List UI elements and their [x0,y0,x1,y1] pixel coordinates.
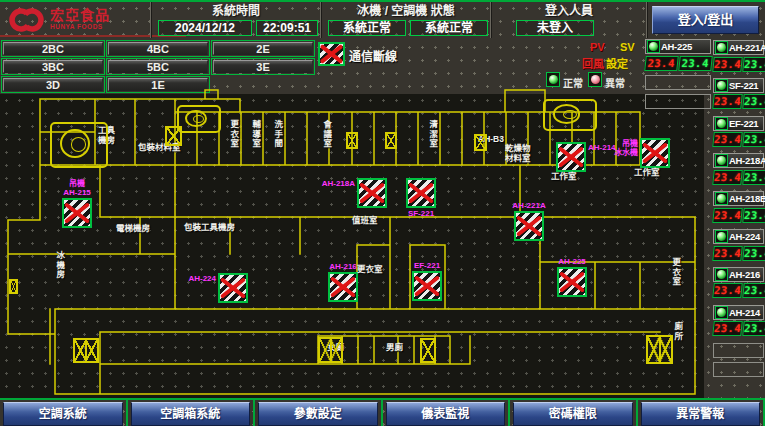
equipment-led [715,79,728,92]
comm-fail-device-icon [406,178,436,208]
device-AH-225[interactable]: AH-225 [557,267,587,297]
device-label: EF-221 [414,261,440,270]
led-glyph [717,43,726,52]
sv-value: 23.4 [743,208,765,223]
nav-cell: 空調系統 [0,400,128,426]
pv-value: 23.4 [644,56,678,71]
comm-fail-device-icon [62,198,92,228]
bottom-nav: 空調系統空調箱系統參數設定儀表監視密碼權限異常警報 [0,398,765,426]
equipment-values: 23.423.4 [645,56,711,71]
device-label: AH-214 [588,143,616,152]
pv-value: 23.4 [712,132,743,147]
equipment-row-AH-221A[interactable]: AH-221A [713,40,764,55]
nav-button-空調箱系統[interactable]: 空調箱系統 [131,402,251,426]
device-label: AH-224 [188,274,216,283]
device-SF-221[interactable]: SF-221 [406,178,436,208]
comm-fail-device-icon [556,142,586,172]
device-AH-218A[interactable]: AH-218A [357,178,387,208]
equipment-values: 23.423.4 [713,132,764,147]
equipment-row-AH-214[interactable]: AH-214 [713,305,764,320]
equipment-row-EF-221[interactable]: EF-221 [713,116,764,131]
equipment-empty-slot [645,94,711,109]
sv-value: 23.4 [743,57,765,72]
comm-fail-device-icon [357,178,387,208]
equipment-empty-slot [713,362,764,377]
equipment-name: AH-216 [729,269,760,280]
sv-value: 23.4 [743,283,765,298]
equipment-row-SF-221[interactable]: SF-221 [713,78,764,93]
sv-value: 23.4 [743,132,765,147]
led-glyph [717,194,726,203]
led-glyph [717,308,726,317]
equipment-name: AH-224 [729,231,760,242]
nav-cell: 密碼權限 [510,400,638,426]
device-label: AH-218A [322,179,355,188]
nav-button-密碼權限[interactable]: 密碼權限 [513,402,633,426]
comm-fail-device-icon [328,272,358,302]
comm-fail-device-icon [218,273,248,303]
equipment-values: 23.423.4 [713,283,764,298]
equipment-values: 23.423.4 [713,321,764,336]
device-AH-215[interactable]: 吊機AH-215 [62,198,92,228]
comm-fail-device-icon [557,267,587,297]
equipment-name: AH-214 [729,307,760,318]
equipment-row-AH-216[interactable]: AH-216 [713,267,764,282]
nav-button-儀表監視[interactable]: 儀表監視 [386,402,506,426]
led-glyph [717,232,726,241]
device-冰水機[interactable]: 吊機冰水機 [640,138,670,168]
pv-value: 23.4 [712,283,743,298]
pv-value: 23.4 [712,321,743,336]
device-AH-221A[interactable]: AH-221A [514,211,544,241]
equipment-values: 23.423.4 [713,170,764,185]
equipment-empty-slot [645,75,711,90]
equipment-row-AH-218A[interactable]: AH-218A [713,153,764,168]
equipment-name: AH-218B [729,193,765,204]
led-glyph [717,270,726,279]
equipment-led [715,117,728,130]
pv-value: 23.4 [712,208,743,223]
device-label: AH-225 [558,257,586,266]
equipment-values: 23.423.4 [713,94,764,109]
equipment-led [715,306,728,319]
comm-fail-device-icon [640,138,670,168]
pv-value: 23.4 [712,246,743,261]
sv-value: 23.4 [743,170,765,185]
equipment-empty-slot [713,343,764,358]
device-AH-224[interactable]: AH-224 [218,273,248,303]
equipment-name: AH-221A [729,42,765,53]
led-glyph [717,81,726,90]
nav-cell: 異常警報 [638,400,765,426]
equipment-led [715,154,728,167]
device-label: 吊機冰水機 [614,139,638,157]
device-EF-221[interactable]: EF-221 [412,271,442,301]
sv-value: 23.4 [743,246,765,261]
device-label: 吊機AH-215 [63,179,91,197]
equipment-values: 23.423.4 [713,246,764,261]
equipment-name: EF-221 [729,118,758,129]
pv-value: 23.4 [712,170,743,185]
nav-cell: 參數設定 [255,400,383,426]
led-glyph [649,42,658,51]
device-label: AH-216 [329,262,357,271]
sv-value: 23.4 [743,321,765,336]
equipment-row-AH-218B[interactable]: AH-218B [713,191,764,206]
nav-cell: 空調箱系統 [128,400,256,426]
nav-cell: 儀表監視 [383,400,511,426]
equipment-led [715,230,728,243]
equipment-name: AH-218A [729,155,765,166]
device-AH-216[interactable]: AH-216 [328,272,358,302]
equipment-row-AH-225[interactable]: AH-225 [645,39,711,54]
device-label: AH-221A [512,201,545,210]
comm-fail-device-icon [412,271,442,301]
led-glyph [717,119,726,128]
device-AH-214[interactable]: AH-214 [556,142,586,172]
equipment-row-AH-224[interactable]: AH-224 [713,229,764,244]
equipment-name: AH-225 [661,41,692,52]
comm-fail-device-icon [514,211,544,241]
equipment-led [715,268,728,281]
nav-button-異常警報[interactable]: 異常警報 [641,402,761,426]
sv-value: 23.4 [743,94,765,109]
nav-button-參數設定[interactable]: 參數設定 [258,402,378,426]
nav-button-空調系統[interactable]: 空調系統 [3,402,123,426]
equipment-led [715,192,728,205]
